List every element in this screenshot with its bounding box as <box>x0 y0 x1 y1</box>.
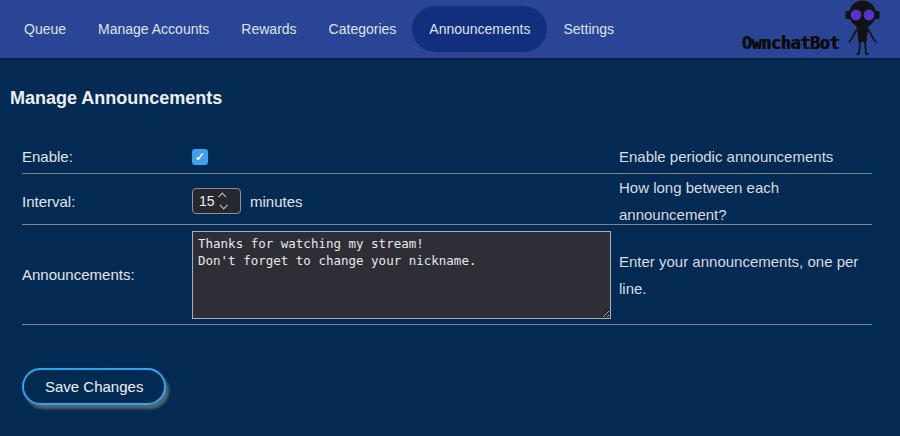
top-navbar: Queue Manage Accounts Rewards Categories… <box>0 0 900 60</box>
announcements-label: Announcements: <box>22 266 192 283</box>
main-content: Manage Announcements Enable: ✓ Enable pe… <box>0 88 900 405</box>
announcements-textarea[interactable]: Thanks for watching my stream! Don't for… <box>192 231 611 319</box>
nav-item-manage-accounts[interactable]: Manage Accounts <box>82 0 225 59</box>
page-title: Manage Announcements <box>10 88 892 109</box>
robot-icon <box>840 0 886 57</box>
enable-row: Enable: ✓ Enable periodic announcements <box>22 140 872 174</box>
enable-checkbox[interactable]: ✓ <box>192 149 208 165</box>
save-changes-button[interactable]: Save Changes <box>22 368 166 405</box>
interval-row: Interval: minutes How long between each … <box>22 174 872 225</box>
announcements-description: Enter your announcements, one per line. <box>619 248 872 302</box>
interval-label: Interval: <box>22 193 192 210</box>
settings-table: Enable: ✓ Enable periodic announcements … <box>22 140 872 325</box>
interval-input[interactable] <box>193 193 219 209</box>
interval-input-box <box>192 188 241 214</box>
nav-item-announcements[interactable]: Announcements <box>412 6 547 52</box>
logo-text: OwnchatBot <box>742 33 839 53</box>
nav-item-settings[interactable]: Settings <box>547 0 630 59</box>
interval-description: How long between each announcement? <box>619 174 872 228</box>
spinner-up-icon[interactable] <box>218 192 226 200</box>
interval-unit-label: minutes <box>250 193 303 210</box>
interval-spinner[interactable] <box>219 193 229 209</box>
nav-item-queue[interactable]: Queue <box>8 0 82 59</box>
announcements-row: Announcements: Thanks for watching my st… <box>22 225 872 325</box>
enable-label: Enable: <box>22 148 192 165</box>
nav-item-categories[interactable]: Categories <box>313 0 413 59</box>
spinner-down-icon[interactable] <box>219 201 227 209</box>
logo: OwnchatBot <box>742 0 886 60</box>
nav-item-rewards[interactable]: Rewards <box>225 0 312 59</box>
enable-description: Enable periodic announcements <box>619 143 872 170</box>
checkmark-icon: ✓ <box>195 150 205 164</box>
